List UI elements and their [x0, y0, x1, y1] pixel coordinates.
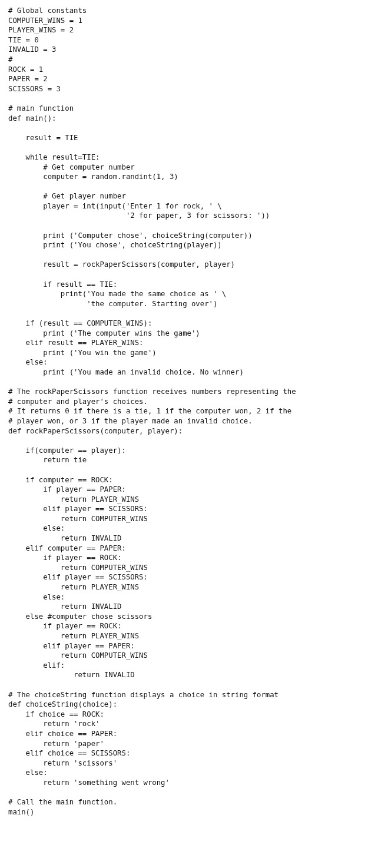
code-listing: # Global constants COMPUTER_WINS = 1 PLA… [8, 6, 370, 817]
